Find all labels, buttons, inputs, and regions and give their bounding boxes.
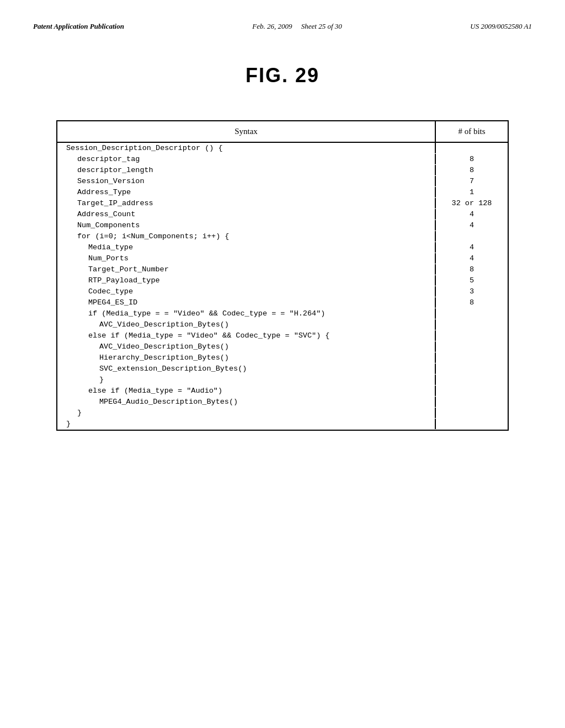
- row-bits-cell: 4: [436, 209, 508, 220]
- row-syntax-cell: else if (Media_type = "Video" && Codec_t…: [57, 330, 436, 341]
- table-row: RTP_Payload_type5: [57, 275, 508, 286]
- table-row: }: [57, 419, 508, 430]
- figure-title: FIG. 29: [33, 64, 532, 87]
- row-syntax-cell: Num_Components: [57, 220, 436, 231]
- row-syntax-cell: RTP_Payload_type: [57, 275, 436, 286]
- row-syntax-cell: }: [57, 408, 436, 418]
- syntax-table: Syntax # of bits Session_Description_Des…: [56, 120, 509, 431]
- row-syntax-cell: SVC_extension_Description_Bytes(): [57, 363, 436, 374]
- row-syntax-cell: Session_Description_Descriptor () {: [57, 143, 436, 153]
- table-row: }: [57, 408, 508, 419]
- table-row: descriptor_tag8: [57, 154, 508, 165]
- row-syntax-cell: MPEG4_Audio_Description_Bytes(): [57, 397, 436, 407]
- row-syntax-cell: else if (Media_type = "Audio"): [57, 386, 436, 396]
- table-row: if (Media_type = = "Video" && Codec_type…: [57, 308, 508, 319]
- row-bits-cell: 8: [436, 264, 508, 275]
- page: Patent Application Publication Feb. 26, …: [0, 0, 565, 728]
- table-row: AVC_Video_Description_Bytes(): [57, 319, 508, 330]
- table-row: descriptor_length8: [57, 165, 508, 176]
- table-row: for (i=0; i<Num_Components; i++) {: [57, 231, 508, 242]
- col-header-bits: # of bits: [436, 121, 508, 142]
- table-row: Media_type4: [57, 242, 508, 253]
- table-row: else if (Media_type = "Video" && Codec_t…: [57, 330, 508, 341]
- table-row: Codec_type3: [57, 286, 508, 297]
- row-syntax-cell: }: [57, 419, 436, 429]
- row-syntax-cell: Address_Count: [57, 209, 436, 220]
- table-row: Session_Version7: [57, 176, 508, 187]
- table-row: Num_Ports4: [57, 253, 508, 264]
- row-syntax-cell: Media_type: [57, 242, 436, 253]
- table-row: Target_IP_address32 or 128: [57, 198, 508, 209]
- page-header: Patent Application Publication Feb. 26, …: [33, 22, 532, 31]
- row-syntax-cell: Target_Port_Number: [57, 264, 436, 275]
- table-row: Hierarchy_Description_Bytes(): [57, 352, 508, 363]
- row-bits-cell: [436, 363, 508, 374]
- table-row: Address_Count4: [57, 209, 508, 220]
- row-syntax-cell: for (i=0; i<Num_Components; i++) {: [57, 231, 436, 242]
- row-syntax-cell: Target_IP_address: [57, 198, 436, 208]
- row-bits-cell: 4: [436, 253, 508, 264]
- row-bits-cell: 32 or 128: [436, 198, 508, 208]
- row-syntax-cell: if (Media_type = = "Video" && Codec_type…: [57, 308, 436, 319]
- table-row: MPEG4_Audio_Description_Bytes(): [57, 397, 508, 408]
- row-bits-cell: [436, 352, 508, 363]
- header-sheet: Sheet 25 of 30: [301, 22, 342, 30]
- row-syntax-cell: Num_Ports: [57, 253, 436, 264]
- row-syntax-cell: Session_Version: [57, 176, 436, 186]
- row-bits-cell: 1: [436, 187, 508, 197]
- row-bits-cell: 4: [436, 242, 508, 253]
- row-bits-cell: 8: [436, 154, 508, 164]
- row-bits-cell: [436, 308, 508, 319]
- table-header-row: Syntax # of bits: [57, 121, 508, 143]
- row-bits-cell: [436, 374, 508, 385]
- header-date: Feb. 26, 2009: [252, 22, 292, 30]
- row-bits-cell: [436, 397, 508, 407]
- row-syntax-cell: Hierarchy_Description_Bytes(): [57, 352, 436, 363]
- row-bits-cell: [436, 386, 508, 396]
- row-syntax-cell: Address_Type: [57, 187, 436, 197]
- col-header-syntax: Syntax: [57, 121, 436, 142]
- row-bits-cell: [436, 231, 508, 242]
- table-row: MPEG4_ES_ID8: [57, 297, 508, 308]
- row-syntax-cell: AVC_Video_Description_Bytes(): [57, 319, 436, 330]
- table-row: Target_Port_Number8: [57, 264, 508, 275]
- table-row: }: [57, 374, 508, 386]
- row-bits-cell: 3: [436, 286, 508, 297]
- row-bits-cell: 4: [436, 220, 508, 231]
- header-date-sheet: Feb. 26, 2009 Sheet 25 of 30: [252, 22, 342, 31]
- header-patent-number: US 2009/0052580 A1: [470, 22, 532, 31]
- header-publication-label: Patent Application Publication: [33, 22, 124, 31]
- table-row: Address_Type1: [57, 187, 508, 198]
- table-row: Session_Description_Descriptor () {: [57, 143, 508, 154]
- row-bits-cell: 7: [436, 176, 508, 186]
- table-row: else if (Media_type = "Audio"): [57, 386, 508, 397]
- row-bits-cell: [436, 330, 508, 341]
- row-bits-cell: 5: [436, 275, 508, 286]
- row-syntax-cell: descriptor_length: [57, 165, 436, 175]
- table-row: Num_Components4: [57, 220, 508, 231]
- row-bits-cell: 8: [436, 297, 508, 308]
- row-syntax-cell: MPEG4_ES_ID: [57, 297, 436, 308]
- row-syntax-cell: Codec_type: [57, 286, 436, 297]
- row-bits-cell: [436, 408, 508, 418]
- row-bits-cell: [436, 319, 508, 330]
- table-body: Session_Description_Descriptor () {descr…: [57, 143, 508, 430]
- row-bits-cell: [436, 419, 508, 429]
- table-row: AVC_Video_Description_Bytes(): [57, 341, 508, 352]
- row-bits-cell: 8: [436, 165, 508, 175]
- row-syntax-cell: AVC_Video_Description_Bytes(): [57, 341, 436, 352]
- row-syntax-cell: }: [57, 374, 436, 385]
- row-syntax-cell: descriptor_tag: [57, 154, 436, 164]
- row-bits-cell: [436, 341, 508, 352]
- row-bits-cell: [436, 143, 508, 153]
- table-row: SVC_extension_Description_Bytes(): [57, 363, 508, 374]
